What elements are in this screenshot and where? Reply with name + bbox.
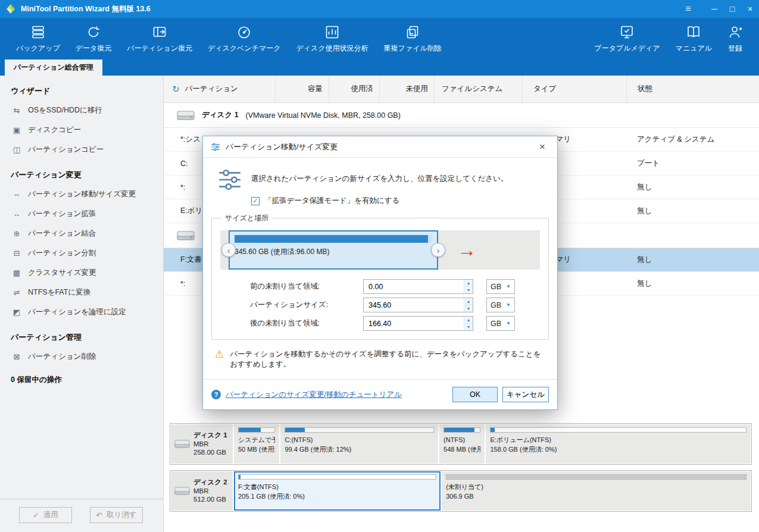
sidebar-item-label: OSをSSD/HDDに移行 bbox=[28, 105, 102, 115]
toolbar-duplicate-file-remove[interactable]: 重複ファイル削除 bbox=[376, 18, 449, 60]
toolbar-label: マニュアル bbox=[676, 43, 712, 54]
register-icon bbox=[727, 24, 743, 40]
unit-select[interactable]: GB ▼ bbox=[486, 316, 515, 331]
toolbar-bootable-media[interactable]: ブータブルメディア bbox=[586, 18, 667, 60]
disk-usage-analysis-icon bbox=[324, 24, 340, 40]
disk1-info-box[interactable]: ディスク 1 MBR 258.00 GB bbox=[171, 424, 233, 464]
partition-copy-icon: ◫ bbox=[12, 145, 21, 154]
toolbar-partition-recovery[interactable]: パーティション復元 bbox=[119, 18, 200, 60]
tab-bar: パーティション総合管理 bbox=[0, 60, 759, 76]
toolbar-label: データ復元 bbox=[76, 43, 112, 54]
dialog-footer: ? パーティションのサイズ変更/移動のチュートリアル OK キャンセル bbox=[203, 379, 557, 409]
usage-bar bbox=[238, 474, 436, 480]
unit-select[interactable]: GB ▼ bbox=[486, 298, 515, 312]
ok-button[interactable]: OK bbox=[452, 387, 498, 402]
partition-block[interactable]: 345.60 GB (使用済:96.00 MB) bbox=[229, 230, 438, 270]
unit-select[interactable]: GB ▼ bbox=[486, 279, 515, 294]
sidebar-item-migrate-os[interactable]: ⇆ OSをSSD/HDDに移行 bbox=[0, 101, 163, 120]
sidebar-item-label: パーティション移動/サイズ変更 bbox=[28, 189, 136, 199]
disk-copy-icon: ▣ bbox=[12, 126, 21, 134]
toolbar-manual[interactable]: マニュアル bbox=[668, 18, 720, 60]
spin-up-button[interactable]: ▲ bbox=[464, 280, 473, 286]
spin-down-button[interactable]: ▼ bbox=[464, 305, 473, 312]
disk-name: ディスク 1 bbox=[202, 110, 239, 120]
close-button[interactable]: × bbox=[741, 0, 759, 18]
disk-map: ディスク 1 MBR 258.00 GB システムで予約 50 MB (使用済 … bbox=[170, 423, 752, 512]
sidebar-item-merge[interactable]: ⊕ パーティション結合 bbox=[0, 224, 163, 243]
partition-box-unallocated[interactable]: (未割り当て) 306.9 GB bbox=[442, 471, 751, 511]
tab-partition-management[interactable]: パーティション総合管理 bbox=[5, 60, 102, 76]
ntfs-to-fat-icon: ⇌ bbox=[12, 288, 21, 297]
sidebar-item-cluster-size[interactable]: ▦ クラスタサイズ変更 bbox=[0, 263, 163, 283]
column-header-status: 状態 bbox=[626, 76, 759, 102]
spin-down-button[interactable]: ▼ bbox=[464, 323, 473, 330]
dialog-intro: 選択されたパーティションの新サイズを入力し、位置を設定してください。 bbox=[211, 164, 549, 193]
spinner: ▲ ▼ bbox=[464, 280, 473, 293]
menu-icon[interactable]: ≡ bbox=[679, 0, 697, 18]
toolbar-backup[interactable]: バックアップ bbox=[8, 18, 68, 60]
help-icon[interactable]: ? bbox=[211, 390, 221, 399]
partition-box-e[interactable]: E:ボリューム(NTFS) 158.0 GB (使用済: 0%) bbox=[486, 424, 751, 464]
toolbar-register[interactable]: 登録 bbox=[720, 18, 751, 60]
move-direction-arrow-icon: → bbox=[457, 240, 476, 259]
toolbar-right-group: ブータブルメディア マニュアル 登録 bbox=[586, 18, 751, 60]
sidebar-item-delete-partition[interactable]: ⊠ パーティション削除 bbox=[0, 347, 163, 367]
disk-map-row-2: ディスク 2 MBR 512.00 GB F:文書(NTFS) 205.1 GB… bbox=[170, 470, 752, 512]
partition-box-system-reserved[interactable]: システムで予約 50 MB (使用済 bbox=[234, 424, 279, 464]
unallocated-after-value[interactable] bbox=[364, 317, 464, 330]
spin-down-button[interactable]: ▼ bbox=[464, 286, 473, 293]
sidebar-item-label: パーティション拡張 bbox=[28, 209, 96, 219]
toolbar-label: 登録 bbox=[728, 43, 742, 54]
partition-box-c[interactable]: C:(NTFS) 99.4 GB (使用済: 12%) bbox=[280, 424, 438, 464]
left-resize-handle[interactable]: ‹ bbox=[221, 243, 236, 257]
maximize-button[interactable]: □ bbox=[723, 0, 741, 18]
move-resize-icon: ⇔ bbox=[12, 190, 21, 199]
size-location-legend: サイズと場所 bbox=[221, 213, 272, 223]
right-resize-handle[interactable]: › bbox=[431, 243, 445, 257]
column-header-type: タイプ bbox=[522, 76, 626, 102]
spin-up-button[interactable]: ▲ bbox=[464, 298, 473, 305]
partition-size-value[interactable] bbox=[364, 298, 464, 312]
protect-mode-checkbox-row[interactable]: ✓ 「拡張データ保護モード」を有効にする bbox=[211, 193, 549, 212]
sidebar-item-label: パーティションコピー bbox=[28, 145, 104, 155]
refresh-icon[interactable]: ↻ bbox=[172, 84, 180, 95]
spinner: ▲ ▼ bbox=[464, 317, 473, 330]
tutorial-link[interactable]: パーティションのサイズ変更/移動のチュートリアル bbox=[226, 390, 402, 400]
partition-size-label: 345.60 GB (使用済:96.00 MB) bbox=[235, 247, 432, 257]
cancel-button[interactable]: キャンセル bbox=[502, 387, 549, 402]
sidebar-item-split[interactable]: ⊟ パーティション分割 bbox=[0, 243, 163, 263]
hdd-icon bbox=[174, 485, 190, 497]
usage-bar bbox=[285, 427, 434, 433]
disk1-group-row[interactable]: ディスク 1 (VMware Virtual NVMe Disk, MBR, 2… bbox=[164, 103, 759, 128]
merge-partition-icon: ⊕ bbox=[12, 229, 21, 238]
unallocated-before-input: ▲ ▼ bbox=[363, 279, 473, 294]
app-logo-icon bbox=[5, 3, 17, 15]
dialog-close-icon[interactable]: × bbox=[535, 141, 549, 153]
column-header-partition: パーティション bbox=[185, 84, 238, 94]
sidebar-item-disk-copy[interactable]: ▣ ディスクコピー bbox=[0, 120, 163, 140]
sidebar-item-set-logical[interactable]: ◩ パーティションを論理に設定 bbox=[0, 302, 163, 322]
spin-up-button[interactable]: ▲ bbox=[464, 317, 473, 323]
undo-button[interactable]: ↶ 取り消す bbox=[90, 507, 143, 523]
apply-button[interactable]: ✓ 適用 bbox=[19, 507, 72, 523]
toolbar-disk-usage-analysis[interactable]: ディスク使用状況分析 bbox=[288, 18, 376, 60]
sidebar-item-move-resize[interactable]: ⇔ パーティション移動/サイズ変更 bbox=[0, 184, 163, 204]
usage-bar bbox=[443, 427, 480, 433]
partition-slider: 345.60 GB (使用済:96.00 MB) ‹ › → bbox=[220, 230, 540, 270]
checkbox-checked-icon[interactable]: ✓ bbox=[251, 197, 260, 205]
column-header-capacity: 容量 bbox=[275, 76, 329, 102]
backup-icon bbox=[30, 24, 46, 40]
sidebar-item-extend[interactable]: ↔ パーティション拡張 bbox=[0, 204, 163, 224]
sidebar-item-ntfs-to-fat[interactable]: ⇌ NTFSをFATに変換 bbox=[0, 283, 163, 302]
partition-box-f-selected[interactable]: F:文書(NTFS) 205.1 GB (使用済: 0%) bbox=[234, 471, 441, 511]
toolbar-data-recovery[interactable]: データ復元 bbox=[68, 18, 120, 60]
minimize-button[interactable]: ─ bbox=[705, 0, 723, 18]
move-resize-dialog: パーティション移動/サイズ変更 × 選択されたパーティションの新サイズを入力し、… bbox=[202, 136, 558, 410]
disk2-info-box[interactable]: ディスク 2 MBR 512.00 GB bbox=[171, 471, 233, 511]
sidebar-item-partition-copy[interactable]: ◫ パーティションコピー bbox=[0, 140, 163, 159]
field-unallocated-after: 後の未割り当て領域: ▲ ▼ GB ▼ bbox=[250, 316, 541, 331]
toolbar-label: 重複ファイル削除 bbox=[384, 43, 442, 54]
partition-box-recovery[interactable]: (NTFS) 548 MB (使用 bbox=[439, 424, 485, 464]
unallocated-before-value[interactable] bbox=[364, 280, 464, 293]
toolbar-disk-benchmark[interactable]: ディスクベンチマーク bbox=[200, 18, 289, 60]
